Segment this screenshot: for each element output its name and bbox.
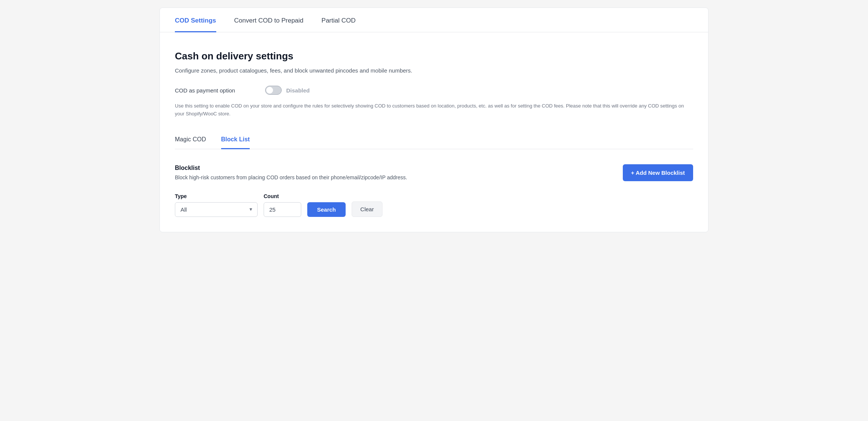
- tab-cod-settings[interactable]: COD Settings: [175, 8, 216, 32]
- inner-tabs: Magic COD Block List: [175, 132, 693, 149]
- content-area: Cash on delivery settings Configure zone…: [160, 32, 708, 232]
- count-filter-group: Count: [264, 193, 301, 217]
- count-input[interactable]: [264, 202, 301, 217]
- page-title: Cash on delivery settings: [175, 50, 693, 62]
- tab-partial-cod[interactable]: Partial COD: [322, 8, 356, 32]
- type-select[interactable]: All Phone Email Zipcode IP Address: [175, 202, 258, 217]
- page-description: Configure zones, product catalogues, fee…: [175, 67, 693, 74]
- add-blocklist-button[interactable]: + Add New Blocklist: [623, 164, 693, 181]
- filter-row: Type All Phone Email Zipcode IP Address …: [175, 193, 693, 217]
- blocklist-desc: Block high-risk customers from placing C…: [175, 174, 407, 180]
- top-tabs: COD Settings Convert COD to Prepaid Part…: [160, 8, 708, 32]
- tab-block-list[interactable]: Block List: [221, 132, 250, 149]
- helper-text: Use this setting to enable COD on your s…: [175, 102, 693, 118]
- count-label: Count: [264, 193, 301, 199]
- type-label: Type: [175, 193, 258, 199]
- clear-button[interactable]: Clear: [352, 201, 382, 217]
- type-filter-group: Type All Phone Email Zipcode IP Address …: [175, 193, 258, 217]
- tab-magic-cod[interactable]: Magic COD: [175, 132, 206, 149]
- type-select-wrapper: All Phone Email Zipcode IP Address ▼: [175, 202, 258, 217]
- tab-convert-cod[interactable]: Convert COD to Prepaid: [234, 8, 303, 32]
- blocklist-info: Blocklist Block high-risk customers from…: [175, 165, 407, 180]
- toggle-status: Disabled: [286, 87, 310, 94]
- cod-toggle[interactable]: [265, 86, 282, 95]
- search-button[interactable]: Search: [307, 202, 346, 217]
- toggle-container: Disabled: [265, 86, 310, 95]
- cod-payment-label: COD as payment option: [175, 87, 258, 94]
- main-card: COD Settings Convert COD to Prepaid Part…: [159, 8, 709, 232]
- blocklist-header: Blocklist Block high-risk customers from…: [175, 164, 693, 181]
- cod-payment-option-row: COD as payment option Disabled: [175, 86, 693, 95]
- blocklist-title: Blocklist: [175, 165, 407, 171]
